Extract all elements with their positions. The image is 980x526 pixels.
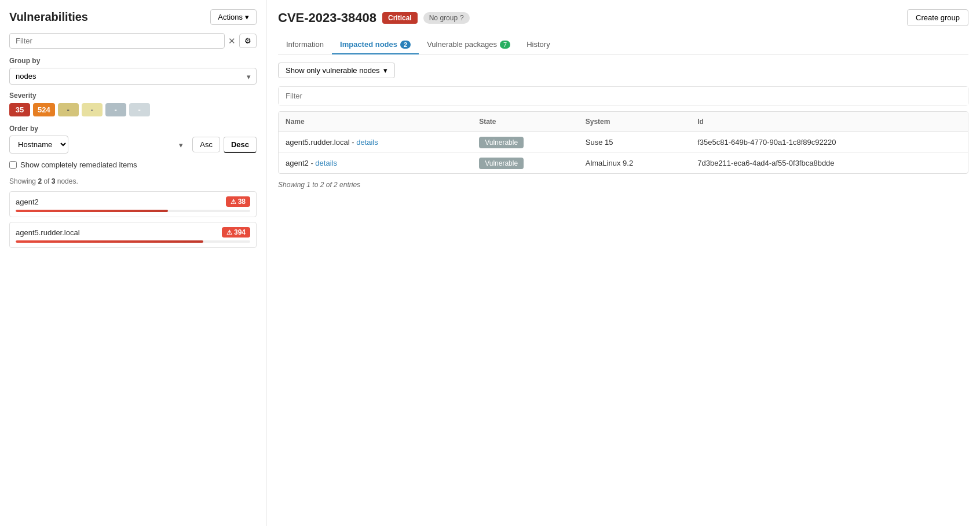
order-desc-button[interactable]: Desc (224, 137, 257, 153)
node-state-cell: Vulnerable (472, 153, 579, 174)
sliders-icon: ⚙ (244, 36, 251, 45)
severity-critical-badge[interactable]: 35 (9, 103, 30, 116)
node-name: agent2 (16, 198, 39, 206)
order-by-row: Hostname Asc Desc (9, 136, 257, 154)
filter-settings-button[interactable]: ⚙ (239, 34, 257, 48)
chevron-down-icon: ▾ (383, 66, 387, 75)
node-name-cell: agent5.rudder.local - details (279, 132, 472, 153)
node-name: agent5.rudder.local (16, 228, 80, 237)
impacted-nodes-table: Name State System Id agent5.rudder.local… (279, 112, 968, 173)
order-by-section: Order by Hostname Asc Desc (9, 125, 257, 154)
node-progress-bar-container (16, 210, 250, 212)
right-panel: CVE-2023-38408 Critical No group ? Creat… (266, 0, 980, 526)
col-state: State (472, 112, 579, 132)
actions-button[interactable]: Actions ▾ (210, 9, 257, 25)
col-id: Id (690, 112, 968, 132)
tab-vulnerable-packages[interactable]: Vulnerable packages 7 (419, 35, 518, 54)
state-badge: Vulnerable (479, 158, 524, 169)
chevron-down-icon: ▾ (245, 13, 249, 21)
col-system: System (579, 112, 690, 132)
node-list: agent2 38 agent5.rudder.local 394 (9, 191, 257, 248)
severity-info-badge[interactable]: - (105, 103, 126, 116)
filter-input[interactable] (9, 33, 225, 49)
group-by-label: Group by (9, 57, 257, 65)
order-by-select[interactable]: Hostname (9, 136, 68, 154)
node-item[interactable]: agent2 38 (9, 191, 257, 217)
show-remediated-label: Show completely remediated items (20, 160, 137, 169)
tab-history[interactable]: History (518, 35, 558, 54)
node-progress-bar-container (16, 240, 250, 243)
table-footer: Showing 1 to 2 of 2 entries (278, 181, 968, 189)
cve-title: CVE-2023-38408 (278, 10, 376, 25)
show-vulnerable-nodes-dropdown[interactable]: Show only vulnerable nodes ▾ (278, 63, 395, 78)
filter-dropdown-row: Show only vulnerable nodes ▾ (278, 63, 968, 78)
severity-none-badge[interactable]: - (129, 103, 150, 116)
tabs-row: Information Impacted nodes 2 Vulnerable … (278, 35, 968, 54)
cve-title-row: CVE-2023-38408 Critical No group ? (278, 10, 470, 25)
order-by-label: Order by (9, 125, 257, 133)
severity-section: Severity 35 524 - - - - (9, 92, 257, 125)
table-row: agent5.rudder.local - details Vulnerable… (279, 132, 968, 153)
create-group-button[interactable]: Create group (907, 9, 968, 26)
severity-high-badge[interactable]: 524 (33, 103, 55, 116)
tab-impacted-nodes[interactable]: Impacted nodes 2 (332, 35, 419, 54)
show-remediated-checkbox[interactable] (9, 161, 17, 169)
col-name: Name (279, 112, 472, 132)
group-by-section: Group by nodes (9, 57, 257, 85)
node-vulnerability-badge: 38 (226, 196, 250, 207)
page-title: Vulnerabilities (9, 10, 88, 24)
node-system-cell: AlmaLinux 9.2 (579, 153, 690, 174)
node-details-link[interactable]: details (315, 159, 337, 167)
showing-nodes-text: Showing 2 of 3 nodes. (9, 177, 257, 185)
node-id-cell: f35e5c81-649b-4770-90a1-1c8f89c92220 (690, 132, 968, 153)
node-progress-bar (16, 210, 168, 212)
tab-information[interactable]: Information (278, 35, 332, 54)
node-name-cell: agent2 - details (279, 153, 472, 174)
node-system-cell: Suse 15 (579, 132, 690, 153)
impacted-nodes-table-container: Name State System Id agent5.rudder.local… (278, 111, 968, 174)
severity-label: Severity (9, 92, 257, 100)
filter-row: ✕ ⚙ (9, 33, 257, 49)
filter-clear-button[interactable]: ✕ (228, 36, 236, 46)
node-state-cell: Vulnerable (472, 132, 579, 153)
severity-row: 35 524 - - - - (9, 103, 257, 116)
table-filter-input[interactable] (279, 87, 968, 105)
critical-badge: Critical (382, 12, 418, 24)
table-filter-container (278, 86, 968, 105)
show-remediated-checkbox-row[interactable]: Show completely remediated items (9, 160, 257, 169)
table-row: agent2 - details Vulnerable AlmaLinux 9.… (279, 153, 968, 174)
group-by-select[interactable]: nodes (9, 68, 257, 85)
order-asc-button[interactable]: Asc (192, 137, 220, 152)
no-group-badge[interactable]: No group ? (423, 12, 470, 24)
question-icon: ? (460, 14, 464, 22)
state-badge: Vulnerable (479, 137, 524, 148)
severity-low-badge[interactable]: - (82, 103, 103, 116)
node-progress-bar (16, 240, 203, 243)
node-id-cell: 7d3be211-eca6-4ad4-af55-0f3fbca8bdde (690, 153, 968, 174)
left-panel: Vulnerabilities Actions ▾ ✕ ⚙ Group by n… (0, 0, 266, 526)
node-vulnerability-badge: 394 (222, 227, 250, 238)
node-item[interactable]: agent5.rudder.local 394 (9, 222, 257, 248)
right-header: CVE-2023-38408 Critical No group ? Creat… (278, 9, 968, 26)
vulnerable-packages-count: 7 (500, 41, 510, 49)
impacted-nodes-count: 2 (400, 41, 411, 49)
node-details-link[interactable]: details (356, 138, 378, 147)
left-header: Vulnerabilities Actions ▾ (9, 9, 257, 25)
severity-medium-badge[interactable]: - (58, 103, 79, 116)
